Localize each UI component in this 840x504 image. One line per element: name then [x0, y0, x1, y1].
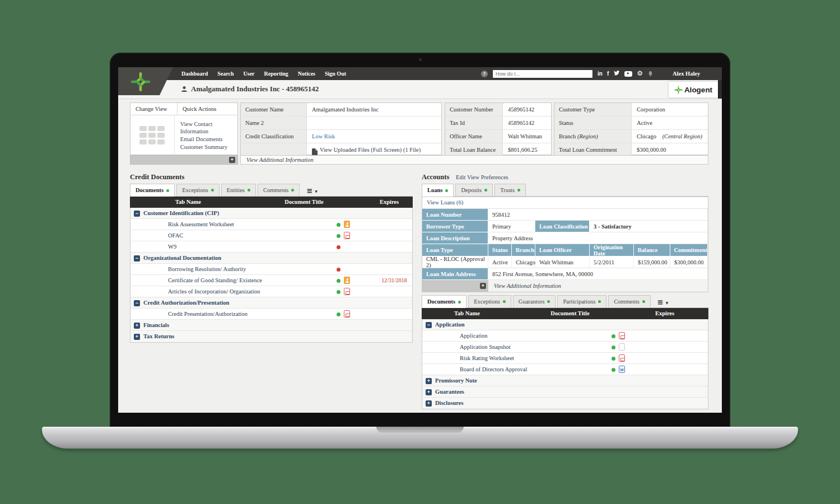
doc-item-label[interactable]: W9: [168, 241, 176, 253]
collapse-icon[interactable]: −: [134, 300, 140, 306]
facebook-icon[interactable]: f: [607, 67, 609, 80]
doc-item-label[interactable]: Board of Directors Approval: [460, 364, 527, 375]
expand-icon[interactable]: +: [134, 334, 140, 340]
tab-menu-icon[interactable]: ≡▼: [306, 188, 318, 194]
doc-item-label[interactable]: Articles of Incorporation/ Organization: [168, 286, 260, 297]
nav-reporting[interactable]: Reporting: [264, 71, 288, 77]
collapse-icon[interactable]: −: [134, 255, 140, 262]
tab-exceptions[interactable]: Exceptions: [176, 184, 220, 196]
tab-documents[interactable]: Documents: [130, 184, 175, 197]
expand-icon[interactable]: +: [426, 400, 432, 407]
status-dot-green[interactable]: [337, 279, 340, 283]
doc-item-label[interactable]: Borrowing Resolution/ Authority: [168, 264, 246, 275]
status-dot-red[interactable]: [337, 245, 340, 249]
status-dot-red[interactable]: [337, 268, 340, 272]
notifications-bell-icon[interactable]: [647, 71, 654, 77]
commitment-value: $300,000.00: [670, 256, 708, 268]
add-quick-action-button[interactable]: +: [229, 157, 235, 163]
credit-classification-link[interactable]: Low Risk: [312, 133, 335, 139]
col-origination-date: Origination Date: [590, 244, 634, 256]
collapse-icon[interactable]: −: [426, 322, 432, 328]
loan-view-additional-information-link[interactable]: View Additional Information: [494, 283, 561, 289]
status-dot-green[interactable]: [612, 334, 615, 338]
field-value: Chicago (Central Region): [632, 130, 707, 143]
expand-icon[interactable]: +: [134, 323, 140, 329]
doc-item-label[interactable]: Credit Presentation/Authorization: [168, 309, 248, 320]
group-label[interactable]: Customer Identification (CIP): [143, 208, 219, 219]
nav-search[interactable]: Search: [217, 71, 234, 77]
word-file-icon[interactable]: W: [619, 366, 625, 373]
group-label[interactable]: Tax Returns: [143, 331, 174, 342]
status-dot-green[interactable]: [337, 223, 340, 227]
status-dot-green[interactable]: [612, 368, 615, 372]
loan-grid-row[interactable]: CML - RLOC (Approval 2) Active Chicago W…: [422, 256, 708, 268]
status-dot-green[interactable]: [612, 346, 615, 349]
change-view-grid-icon[interactable]: [130, 115, 175, 155]
help-search-input[interactable]: [492, 69, 593, 78]
doc-item-label[interactable]: Certificate of Good Standing/ Existence: [168, 275, 262, 286]
expand-icon[interactable]: +: [426, 378, 432, 384]
image-file-icon[interactable]: [344, 277, 350, 284]
pdf-file-icon[interactable]: [619, 354, 625, 362]
tab-comments[interactable]: Comments: [258, 184, 300, 196]
pdf-file-icon[interactable]: [619, 332, 625, 339]
action-view-contact-information[interactable]: View Contact Information: [180, 121, 237, 135]
view-loans-link[interactable]: View Loans (6): [422, 197, 708, 209]
group-label[interactable]: Credit Authorization/Presentation: [143, 297, 229, 309]
edit-view-preferences-link[interactable]: Edit View Preferences: [456, 174, 508, 180]
expand-icon[interactable]: +: [426, 389, 432, 395]
group-label[interactable]: Guarantees: [435, 386, 464, 398]
pdf-file-icon[interactable]: [344, 288, 350, 295]
group-label[interactable]: Disclosures: [435, 398, 464, 409]
status-dot-green[interactable]: [337, 312, 340, 316]
loan-main-address-label: Loan Main Address: [422, 268, 488, 280]
tab-trusts[interactable]: Trusts: [494, 184, 526, 196]
action-customer-summary[interactable]: Customer Summary: [180, 144, 237, 151]
nav-sign-out[interactable]: Sign Out: [325, 71, 346, 77]
view-additional-information-link[interactable]: View Additional Information: [246, 157, 314, 163]
tab-menu-icon[interactable]: ≡▼: [657, 300, 669, 305]
doc-item-label[interactable]: Risk Assessment Worksheet: [168, 219, 234, 230]
linkedin-icon[interactable]: in: [598, 67, 603, 80]
tab-loan-exceptions[interactable]: Exceptions: [468, 295, 511, 307]
youtube-icon[interactable]: [624, 71, 632, 77]
tab-participations[interactable]: Participations: [557, 295, 606, 307]
tab-status-dot: [517, 189, 520, 192]
help-icon[interactable]: ?: [481, 71, 488, 77]
status-dot-green[interactable]: [337, 234, 340, 238]
tab-loan-documents[interactable]: Documents: [422, 295, 466, 308]
nav-dashboard[interactable]: Dashboard: [181, 71, 208, 77]
doc-group-row: − Customer Identification (CIP): [130, 208, 412, 219]
doc-item-label[interactable]: Risk Rating Worksheet: [460, 353, 514, 364]
group-label[interactable]: Promissory Note: [435, 375, 477, 386]
group-label[interactable]: Financials: [143, 320, 169, 331]
doc-item-label[interactable]: Application: [460, 330, 488, 342]
doc-item-label[interactable]: OFAC: [168, 230, 183, 241]
tab-loans[interactable]: Loans: [422, 184, 454, 197]
twitter-icon[interactable]: [613, 71, 620, 77]
group-label[interactable]: Application: [435, 319, 465, 330]
pdf-file-icon[interactable]: [344, 310, 350, 318]
status-dot-green[interactable]: [612, 357, 615, 361]
status-dot-green[interactable]: [337, 290, 340, 294]
group-label[interactable]: Organizational Documentation: [143, 253, 221, 264]
add-loan-info-button[interactable]: +: [480, 283, 486, 289]
doc-item-label[interactable]: Application Snapshot: [460, 342, 511, 353]
action-email-documents[interactable]: Email Documents: [180, 136, 237, 143]
nav-notices[interactable]: Notices: [298, 71, 315, 77]
tab-entities[interactable]: Entities: [221, 184, 256, 196]
collapse-icon[interactable]: −: [134, 211, 140, 217]
nav-user[interactable]: User: [244, 71, 255, 77]
tab-loan-comments[interactable]: Comments: [608, 295, 651, 307]
tab-deposits[interactable]: Deposits: [455, 184, 493, 196]
current-user-name[interactable]: Alex Haley: [673, 71, 700, 77]
view-uploaded-files-link[interactable]: View Uploaded Files (Full Screen) (1 Fil…: [320, 147, 421, 153]
pdf-file-icon[interactable]: [344, 232, 350, 239]
image-file-icon[interactable]: [344, 221, 350, 228]
tab-guarantors[interactable]: Guarantors: [513, 295, 556, 307]
file-icon[interactable]: [619, 343, 625, 351]
borrower-type-label: Borrower Type: [422, 221, 488, 232]
tab-status-dot: [166, 189, 169, 192]
gear-icon[interactable]: ⚙: [637, 67, 643, 80]
tab-status-dot: [484, 189, 487, 192]
